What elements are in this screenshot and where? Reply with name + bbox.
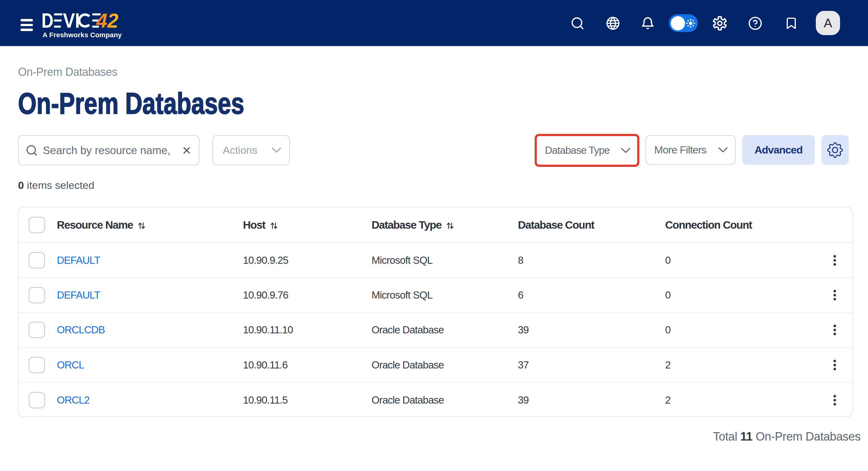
svg-text:42: 42 bbox=[96, 13, 118, 28]
